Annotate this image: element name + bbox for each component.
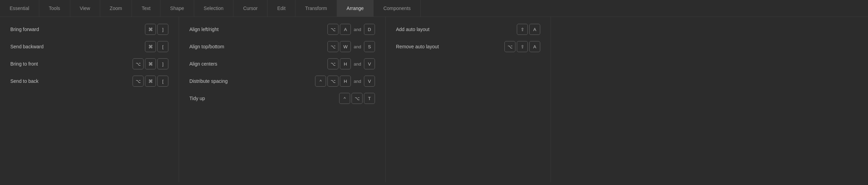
key-cmd: ⌘ — [145, 24, 156, 35]
and-text: and — [354, 61, 361, 67]
distribute-spacing-label: Distribute spacing — [189, 78, 244, 84]
header-tabs: Essential Tools View Zoom Text Shape Sel… — [0, 0, 868, 17]
and-text: and — [354, 79, 361, 84]
distribute-spacing-row: Distribute spacing ^ ⌥ H and V — [189, 76, 375, 87]
key-bracket-right: ] — [157, 58, 168, 69]
app-container: Essential Tools View Zoom Text Shape Sel… — [0, 0, 868, 182]
tab-cursor[interactable]: Cursor — [233, 0, 268, 17]
tab-text[interactable]: Text — [132, 0, 160, 17]
tab-essential[interactable]: Essential — [0, 0, 39, 17]
key-v: V — [364, 58, 375, 69]
tidy-up-row: Tidy up ^ ⌥ T — [189, 93, 375, 104]
key-shift: ⇧ — [517, 41, 528, 52]
bring-to-front-label: Bring to front — [10, 61, 65, 67]
key-w: W — [340, 41, 351, 52]
align-centers-row: Align centers ⌥ H and V — [189, 58, 375, 69]
send-to-back-label: Send to back — [10, 78, 65, 84]
key-opt: ⌥ — [352, 93, 363, 104]
key-opt: ⌥ — [327, 76, 338, 87]
send-backward-keys: ⌘ [ — [145, 41, 168, 52]
bring-forward-keys: ⌘ ] — [145, 24, 168, 35]
align-leftright-keys: ⌥ A and D — [327, 24, 375, 35]
selection-section: Align left/right ⌥ A and D Align top/bot… — [179, 17, 386, 182]
key-ctrl: ^ — [315, 76, 326, 87]
key-cmd: ⌘ — [145, 58, 156, 69]
and-text: and — [354, 27, 361, 32]
bring-to-front-keys: ⌥ ⌘ ] — [133, 58, 168, 69]
align-topbottom-label: Align top/bottom — [189, 44, 244, 49]
align-centers-label: Align centers — [189, 61, 244, 67]
key-shift: ⇧ — [517, 24, 528, 35]
bring-forward-row: Bring forward ⌘ ] — [10, 24, 168, 35]
and-text: and — [354, 44, 361, 49]
align-topbottom-keys: ⌥ W and S — [327, 41, 375, 52]
arrange-section: Bring forward ⌘ ] Send backward ⌘ [ Brin… — [0, 17, 179, 182]
key-d: D — [364, 24, 375, 35]
key-bracket-left: [ — [157, 76, 168, 87]
tab-selection[interactable]: Selection — [194, 0, 234, 17]
key-bracket-left: [ — [157, 41, 168, 52]
content-area: Bring forward ⌘ ] Send backward ⌘ [ Brin… — [0, 17, 868, 182]
key-t: T — [364, 93, 375, 104]
remove-autolayout-keys: ⌥ ⇧ A — [504, 41, 540, 52]
key-v: V — [364, 76, 375, 87]
remove-autolayout-row: Remove auto layout ⌥ ⇧ A — [396, 41, 540, 52]
tidy-up-keys: ^ ⌥ T — [339, 93, 375, 104]
send-to-back-row: Send to back ⌥ ⌘ [ — [10, 76, 168, 87]
tidy-up-label: Tidy up — [189, 96, 244, 101]
key-a: A — [340, 24, 351, 35]
key-opt: ⌥ — [327, 24, 338, 35]
send-backward-row: Send backward ⌘ [ — [10, 41, 168, 52]
components-section — [551, 17, 868, 182]
key-opt: ⌥ — [327, 41, 338, 52]
key-h: H — [340, 58, 351, 69]
key-h: H — [340, 76, 351, 87]
autolayout-section: Add auto layout ⇧ A Remove auto layout ⌥… — [386, 17, 551, 182]
send-backward-label: Send backward — [10, 44, 65, 49]
add-autolayout-label: Add auto layout — [396, 27, 451, 32]
remove-autolayout-label: Remove auto layout — [396, 44, 451, 49]
key-a: A — [529, 41, 540, 52]
tab-transform[interactable]: Transform — [295, 0, 337, 17]
key-cmd: ⌘ — [145, 41, 156, 52]
bring-forward-label: Bring forward — [10, 27, 65, 32]
tab-arrange[interactable]: Arrange — [337, 0, 374, 17]
key-a: A — [529, 24, 540, 35]
key-cmd: ⌘ — [145, 76, 156, 87]
key-opt: ⌥ — [133, 58, 144, 69]
tab-components[interactable]: Components — [374, 0, 420, 17]
tab-tools[interactable]: Tools — [39, 0, 70, 17]
add-autolayout-keys: ⇧ A — [517, 24, 540, 35]
key-bracket-right: ] — [157, 24, 168, 35]
key-opt: ⌥ — [327, 58, 338, 69]
align-leftright-row: Align left/right ⌥ A and D — [189, 24, 375, 35]
align-topbottom-row: Align top/bottom ⌥ W and S — [189, 41, 375, 52]
align-centers-keys: ⌥ H and V — [327, 58, 375, 69]
add-autolayout-row: Add auto layout ⇧ A — [396, 24, 540, 35]
tab-view[interactable]: View — [70, 0, 100, 17]
key-opt: ⌥ — [133, 76, 144, 87]
tab-edit[interactable]: Edit — [268, 0, 295, 17]
key-ctrl: ^ — [339, 93, 350, 104]
send-to-back-keys: ⌥ ⌘ [ — [133, 76, 168, 87]
align-leftright-label: Align left/right — [189, 27, 244, 32]
bring-to-front-row: Bring to front ⌥ ⌘ ] — [10, 58, 168, 69]
distribute-spacing-keys: ^ ⌥ H and V — [315, 76, 375, 87]
tab-shape[interactable]: Shape — [160, 0, 194, 17]
tab-zoom[interactable]: Zoom — [100, 0, 132, 17]
key-s: S — [364, 41, 375, 52]
key-opt: ⌥ — [504, 41, 515, 52]
